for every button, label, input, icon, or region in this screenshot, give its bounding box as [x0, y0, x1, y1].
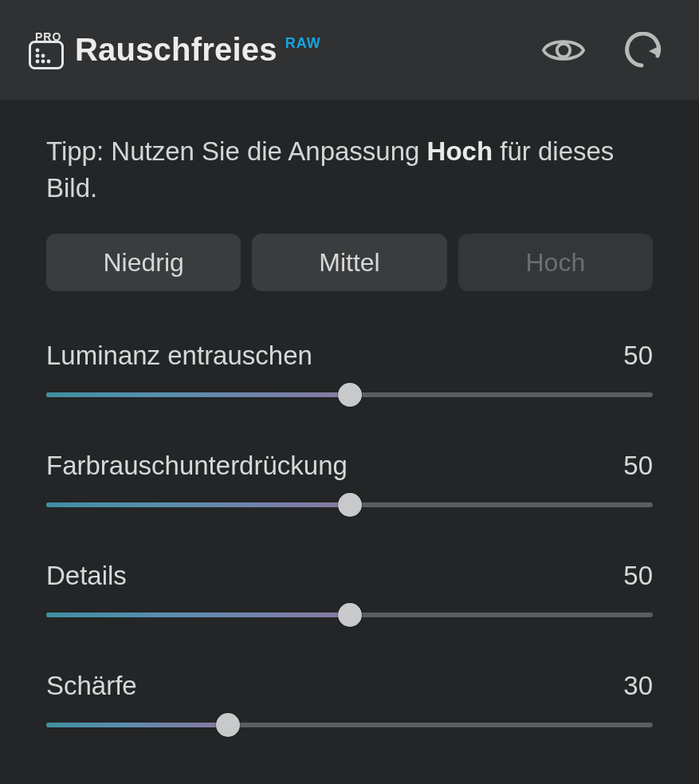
svg-point-1 [36, 59, 40, 63]
slider-sharpen-top: Schärfe 30 [46, 671, 653, 701]
slider-sharpen-thumb[interactable] [216, 713, 240, 737]
slider-luminance-fill [46, 392, 350, 397]
svg-point-6 [36, 48, 40, 52]
slider-details: Details 50 [46, 561, 653, 626]
panel-header: PRO Rausc [0, 0, 699, 100]
slider-sharpen-track[interactable] [46, 714, 653, 736]
header-left: PRO Rausc [29, 31, 321, 69]
svg-rect-0 [30, 41, 63, 68]
panel-body: Tipp: Nutzen Sie die Anpassung Hoch für … [0, 100, 699, 784]
denoise-panel: PRO Rausc [0, 0, 699, 784]
header-right [541, 28, 666, 73]
panel-title: Rauschfreies RAW [75, 32, 321, 68]
slider-details-label: Details [46, 561, 127, 591]
slider-sharpen-label: Schärfe [46, 671, 137, 701]
slider-luminance-track[interactable] [46, 384, 653, 406]
slider-sharpen-value: 30 [623, 671, 653, 701]
svg-point-4 [36, 53, 40, 57]
preview-eye-icon[interactable] [541, 28, 586, 73]
svg-point-2 [41, 59, 45, 63]
tip-text: Tipp: Nutzen Sie die Anpassung Hoch für … [46, 133, 653, 207]
tool-icon-group: PRO [29, 31, 64, 69]
slider-color: Farbrauschunterdrückung 50 [46, 451, 653, 516]
slider-luminance-top: Luminanz entrauschen 50 [46, 341, 653, 371]
sliders-group: Luminanz entrauschen 50 Farbrauschunterd… [46, 341, 653, 736]
preset-high-button[interactable]: Hoch [458, 234, 653, 291]
svg-point-3 [47, 59, 51, 63]
preset-buttons: Niedrig Mittel Hoch [46, 234, 653, 291]
slider-details-fill [46, 613, 350, 617]
tip-prefix: Tipp: Nutzen Sie die Anpassung [46, 136, 427, 166]
preset-low-button[interactable]: Niedrig [46, 234, 241, 291]
slider-details-top: Details 50 [46, 561, 653, 591]
slider-color-fill [46, 502, 350, 507]
slider-color-value: 50 [623, 451, 653, 481]
slider-color-top: Farbrauschunterdrückung 50 [46, 451, 653, 481]
svg-point-7 [557, 43, 570, 56]
raw-badge: RAW [285, 35, 321, 52]
slider-color-thumb[interactable] [338, 493, 362, 517]
slider-details-thumb[interactable] [338, 603, 362, 627]
slider-luminance: Luminanz entrauschen 50 [46, 341, 653, 406]
svg-point-5 [41, 53, 45, 57]
slider-luminance-label: Luminanz entrauschen [46, 341, 312, 371]
reset-undo-icon[interactable] [621, 28, 666, 73]
slider-sharpen-fill [46, 723, 228, 727]
slider-color-label: Farbrauschunterdrückung [46, 451, 348, 481]
tip-bold: Hoch [427, 136, 493, 166]
denoise-grid-icon [29, 41, 64, 69]
slider-luminance-thumb[interactable] [338, 383, 362, 407]
preset-mid-button[interactable]: Mittel [252, 234, 446, 291]
slider-details-value: 50 [623, 561, 653, 591]
slider-color-track[interactable] [46, 494, 653, 516]
panel-title-text: Rauschfreies [75, 32, 277, 68]
slider-details-track[interactable] [46, 604, 653, 626]
slider-sharpen: Schärfe 30 [46, 671, 653, 736]
slider-luminance-value: 50 [623, 341, 653, 371]
